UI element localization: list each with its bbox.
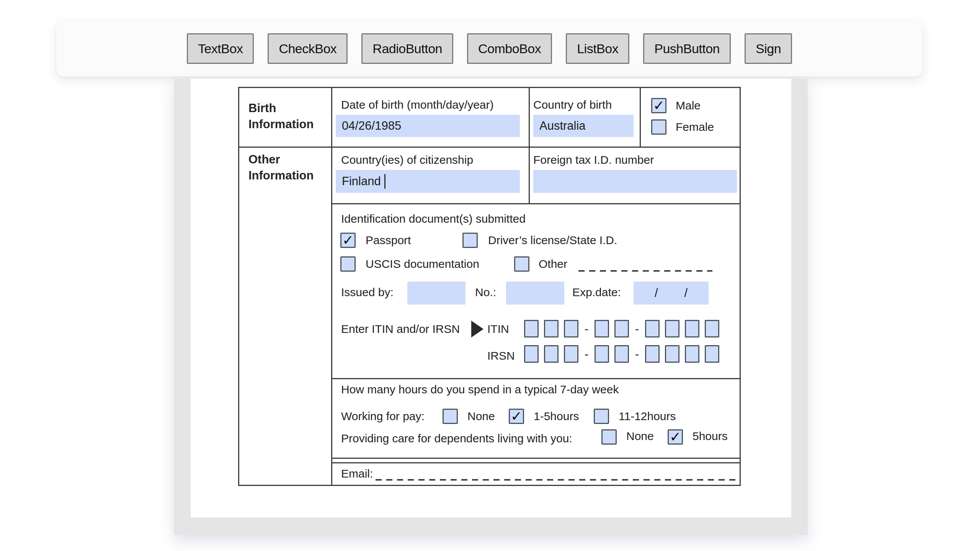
date-of-birth-field[interactable]: 04/26/1985 [336, 115, 520, 137]
toolbar-button-pushbutton[interactable]: PushButton [643, 33, 731, 64]
irsn-digit-box[interactable] [564, 345, 578, 363]
irsn-digit-boxes: -- [524, 345, 719, 363]
itin-digit-box[interactable] [524, 320, 539, 337]
foreign-tax-id-field[interactable] [533, 170, 737, 193]
checkbox-working-1-5hours[interactable] [509, 409, 524, 424]
toolbar-button-checkbox[interactable]: CheckBox [268, 33, 348, 64]
country-of-birth-field[interactable]: Australia [533, 115, 634, 137]
document-viewer: Birth Information Date of birth (month/d… [174, 79, 808, 535]
checkbox-other-doc-label: Other [539, 256, 567, 272]
checkbox-working-none[interactable] [443, 409, 458, 424]
itin-digit-box[interactable] [705, 320, 719, 337]
toolbar-button-radiobutton[interactable]: RadioButton [361, 33, 453, 64]
toolbar-button-listbox[interactable]: ListBox [566, 33, 629, 64]
email-fill-line[interactable] [376, 479, 736, 481]
exp-date-value: / / [655, 286, 688, 300]
itin-digit-box[interactable] [564, 320, 578, 337]
hyphen: - [584, 347, 589, 361]
country-of-birth-label: Country of birth [533, 97, 612, 112]
checkbox-female[interactable] [651, 119, 666, 135]
citizenship-label: Country(ies) of citizenship [341, 152, 473, 168]
checkbox-working-none-label: None [467, 409, 495, 424]
foreign-tax-id-label: Foreign tax I.D. number [533, 152, 654, 168]
toolbar: TextBox CheckBox RadioButton ComboBox Li… [56, 21, 923, 77]
email-label: Email: [341, 466, 373, 481]
number-field[interactable] [506, 282, 564, 305]
itin-digit-box[interactable] [685, 320, 699, 337]
table-line [331, 458, 740, 459]
form-table: Birth Information Date of birth (month/d… [238, 87, 741, 486]
section-label-birth-information: Birth Information [248, 100, 329, 132]
checkbox-female-label: Female [676, 119, 714, 135]
toolbar-button-combobox[interactable]: ComboBox [467, 33, 552, 64]
table-line [640, 88, 641, 147]
checkbox-working-11-12hours[interactable] [594, 409, 609, 424]
checkbox-uscis[interactable] [340, 256, 356, 272]
checkbox-male[interactable] [651, 98, 666, 113]
issued-by-label: Issued by: [341, 285, 394, 300]
issued-by-field[interactable] [407, 282, 466, 305]
itin-prompt-label: Enter ITIN and/or IRSN [341, 321, 460, 337]
toolbar-button-textbox[interactable]: TextBox [187, 33, 254, 64]
itin-digit-box[interactable] [614, 320, 629, 337]
pdf-page: Birth Information Date of birth (month/d… [191, 79, 791, 517]
date-of-birth-label: Date of birth (month/day/year) [341, 97, 494, 112]
checkbox-providing-5hours[interactable] [668, 429, 683, 445]
table-line [239, 147, 740, 148]
checkbox-working-11-12hours-label: 11-12hours [619, 409, 676, 424]
number-label: No.: [475, 285, 496, 300]
exp-date-field[interactable]: / / [634, 282, 709, 305]
itin-label: ITIN [487, 321, 509, 337]
irsn-label: IRSN [487, 348, 515, 364]
checkbox-other-doc[interactable] [514, 256, 529, 272]
id-docs-title: Identification document(s) submitted [341, 211, 526, 227]
irsn-digit-box[interactable] [665, 345, 679, 363]
checkbox-uscis-label: USCIS documentation [366, 256, 479, 272]
irsn-digit-box[interactable] [595, 345, 609, 363]
itin-digit-box[interactable] [595, 320, 609, 337]
app-window: TextBox CheckBox RadioButton ComboBox Li… [0, 0, 980, 551]
irsn-digit-box[interactable] [524, 345, 539, 363]
checkbox-providing-5hours-label: 5hours [693, 429, 728, 444]
other-doc-fill-line[interactable] [578, 270, 712, 272]
arrow-right-icon [471, 321, 483, 337]
irsn-digit-box[interactable] [685, 345, 699, 363]
date-of-birth-value: 04/26/1985 [342, 119, 401, 133]
table-line [529, 147, 530, 203]
hyphen: - [634, 347, 640, 361]
table-line [331, 462, 740, 463]
checkbox-providing-none-label: None [626, 429, 654, 444]
checkbox-male-label: Male [676, 98, 701, 113]
checkbox-drivers-license-label: Driver’s license/State I.D. [488, 233, 617, 248]
table-line [331, 203, 740, 204]
section-label-other-information: Other Information [248, 152, 329, 184]
country-of-birth-value: Australia [539, 119, 586, 133]
irsn-digit-box[interactable] [705, 345, 719, 363]
irsn-digit-box[interactable] [544, 345, 559, 363]
itin-digit-box[interactable] [544, 320, 559, 337]
table-line [529, 88, 530, 147]
itin-digit-boxes: -- [524, 320, 719, 337]
irsn-digit-box[interactable] [645, 345, 660, 363]
checkbox-working-1-5hours-label: 1-5hours [534, 409, 579, 424]
itin-digit-box[interactable] [665, 320, 679, 337]
text-cursor [384, 174, 385, 189]
checkbox-drivers-license[interactable] [462, 233, 478, 248]
hyphen: - [634, 322, 640, 336]
working-for-pay-label: Working for pay: [341, 409, 425, 424]
exp-date-label: Exp.date: [572, 285, 621, 300]
hours-title: How many hours do you spend in a typical… [341, 382, 619, 397]
itin-digit-box[interactable] [645, 320, 660, 337]
irsn-digit-box[interactable] [614, 345, 629, 363]
toolbar-button-sign[interactable]: Sign [745, 33, 792, 64]
hyphen: - [584, 322, 589, 336]
citizenship-value: Finland [342, 174, 381, 188]
checkbox-providing-none[interactable] [601, 429, 617, 445]
providing-care-label: Providing care for dependents living wit… [341, 431, 572, 446]
table-line [331, 378, 740, 379]
citizenship-field[interactable]: Finland [336, 170, 520, 193]
checkbox-passport-label: Passport [366, 233, 411, 248]
checkbox-passport[interactable] [340, 233, 356, 248]
